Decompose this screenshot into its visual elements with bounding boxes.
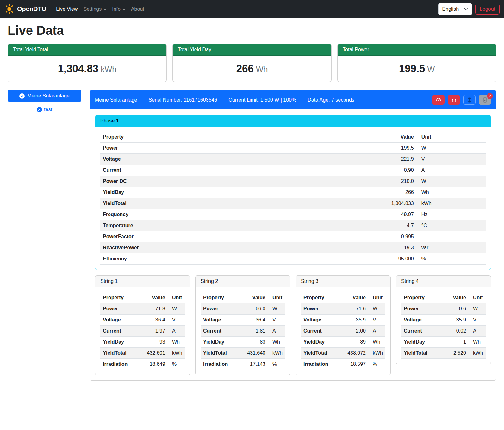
summary-cards: Total Yield Total 1,304.83kWh Total Yiel… <box>8 44 496 82</box>
nav-item-label: Settings <box>83 6 102 12</box>
table-row: Power 71.8 W <box>100 303 185 315</box>
col-property: Property <box>100 132 339 143</box>
value-cell: 95.000 <box>339 253 416 265</box>
value-cell: 18.649 <box>138 359 168 370</box>
inverter-serial: Serial Number: 116171603546 <box>148 97 217 103</box>
col-unit: Unit <box>168 292 185 303</box>
unit-cell: kWh <box>469 348 486 359</box>
unit-cell <box>416 231 486 242</box>
table-row: Current 0.02 A <box>401 326 486 337</box>
unit-cell: V <box>268 315 285 326</box>
table-header-row: Property Value Unit <box>401 292 486 303</box>
unit-cell: W <box>268 303 285 315</box>
inverter-info-button[interactable] <box>463 95 476 105</box>
speedometer-icon <box>436 97 441 103</box>
unit-cell: % <box>168 359 185 370</box>
logout-button[interactable]: Logout <box>475 4 500 15</box>
phase-card: Phase 1 Property Value Unit <box>95 115 491 270</box>
unit-cell: Wh <box>268 337 285 348</box>
col-unit: Unit <box>416 132 486 143</box>
property-cell: Current <box>301 326 339 337</box>
property-cell: Irradiation <box>100 359 138 370</box>
inverter-list: Meine Solaranlage test <box>8 90 81 112</box>
chevron-down-icon <box>464 7 468 11</box>
nav-item-about[interactable]: About <box>128 4 147 15</box>
inverter-item-test[interactable]: test <box>8 107 81 112</box>
table-row: Current 0.90 A <box>100 165 486 176</box>
brand-logo[interactable]: OpenDTU <box>4 4 46 14</box>
value-cell: 2.00 <box>339 326 368 337</box>
content-row: Meine Solaranlage test Meine Solaranlage… <box>8 90 496 381</box>
string-table: Property Value Unit Power <box>301 292 385 370</box>
x-circle-icon <box>37 107 42 112</box>
event-count-badge: 2 <box>487 93 493 99</box>
card-unit: kWh <box>101 65 116 74</box>
col-value: Value <box>439 292 469 303</box>
col-property: Property <box>401 292 439 303</box>
inverter-panel-header: Meine Solaranlage Serial Number: 1161716… <box>90 90 496 109</box>
cpu-icon <box>467 97 472 103</box>
table-row: Voltage 221.9 V <box>100 154 486 165</box>
string-body: Property Value Unit Power <box>296 287 390 375</box>
value-cell: 36.4 <box>138 315 168 326</box>
property-cell: Current <box>201 326 239 337</box>
col-property: Property <box>301 292 339 303</box>
card-unit: Wh <box>256 65 268 74</box>
col-unit: Unit <box>368 292 385 303</box>
value-cell: 89 <box>339 337 368 348</box>
table-row: YieldTotal 1,304.833 kWh <box>100 198 486 209</box>
value-cell: 438.072 <box>339 348 368 359</box>
inverter-select-button[interactable]: Meine Solaranlage <box>8 90 81 102</box>
value-cell: 2.520 <box>439 348 469 359</box>
inverter-data-age: Data Age: 7 seconds <box>308 97 354 103</box>
unit-cell: Wh <box>469 337 486 348</box>
nav-item-info[interactable]: Info <box>109 4 128 15</box>
nav-item-settings[interactable]: Settings <box>80 4 109 15</box>
unit-cell: V <box>416 154 486 165</box>
card-body: 266Wh <box>173 56 331 82</box>
value-cell: 83 <box>239 337 268 348</box>
value-cell: 71.8 <box>138 303 168 315</box>
value-cell: 93 <box>138 337 168 348</box>
unit-cell: Wh <box>416 187 486 198</box>
unit-cell: W <box>168 303 185 315</box>
col-unit: Unit <box>469 292 486 303</box>
property-cell: Voltage <box>201 315 239 326</box>
inverter-name: Meine Solaranlage <box>95 97 137 103</box>
power-toggle-button[interactable] <box>448 95 460 105</box>
table-row: YieldDay 89 Wh <box>301 337 385 348</box>
table-row: YieldTotal 432.601 kWh <box>100 348 185 359</box>
value-cell: 432.601 <box>138 348 168 359</box>
table-row: Voltage 35.9 V <box>301 315 385 326</box>
string-body: Property Value Unit Power <box>95 287 190 375</box>
summary-card: Total Power 199.5W <box>337 44 496 82</box>
unit-cell: A <box>469 326 486 337</box>
string-card-1: String 1 Property Value Unit <box>95 275 190 375</box>
col-property: Property <box>201 292 239 303</box>
value-cell: 4.7 <box>339 220 416 231</box>
table-row: Temperature 4.7 °C <box>100 220 486 231</box>
unit-cell: A <box>416 165 486 176</box>
table-row: Voltage 36.4 V <box>201 315 285 326</box>
event-log-button[interactable]: 2 <box>479 95 491 105</box>
string-title: String 1 <box>95 276 190 287</box>
unit-cell: kWh <box>416 198 486 209</box>
unit-cell: A <box>368 326 385 337</box>
limit-settings-button[interactable] <box>432 95 445 105</box>
nav-item-live-view[interactable]: Live View <box>53 4 80 15</box>
summary-card: Total Yield Total 1,304.83kWh <box>8 44 167 82</box>
unit-cell: kWh <box>268 348 285 359</box>
property-cell: Irradiation <box>301 359 339 370</box>
table-row: Power 71.6 W <box>301 303 385 315</box>
value-cell: 1.97 <box>138 326 168 337</box>
property-cell: YieldDay <box>100 337 138 348</box>
table-row: Irradiation 17.143 % <box>201 359 285 370</box>
value-cell: 36.4 <box>239 315 268 326</box>
power-icon <box>451 97 457 103</box>
unit-cell: °C <box>416 220 486 231</box>
unit-cell: A <box>268 326 285 337</box>
language-select[interactable]: English <box>438 3 472 15</box>
property-cell: YieldDay <box>100 187 339 198</box>
property-cell: YieldTotal <box>100 348 138 359</box>
string-title: String 2 <box>196 276 290 287</box>
